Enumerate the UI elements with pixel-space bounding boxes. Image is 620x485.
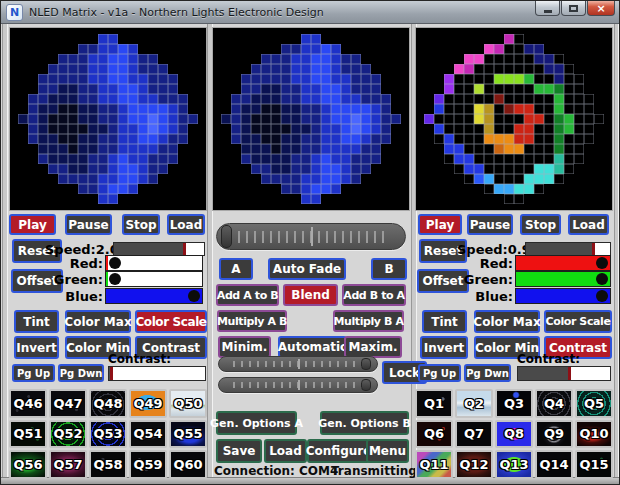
led-cell [464, 74, 474, 84]
led-cell [48, 94, 58, 104]
led-cell [574, 84, 584, 94]
level-slider-1[interactable] [218, 356, 378, 372]
pattern-button-q49[interactable]: Q49 [129, 389, 167, 418]
color-scale-button-a[interactable]: Color Scale [135, 310, 207, 333]
select-b-button[interactable]: B [371, 258, 407, 280]
pattern-button-q47[interactable]: Q47 [49, 389, 87, 418]
pattern-button-q2[interactable]: Q2 [455, 389, 493, 418]
pattern-button-q9[interactable]: Q9 [535, 420, 573, 449]
close-button[interactable]: × [587, 1, 615, 16]
red-slider-a[interactable] [105, 255, 203, 271]
pattern-button-q57[interactable]: Q57 [49, 450, 87, 479]
pause-button-b[interactable]: Pause [467, 214, 513, 235]
add-b-to-a-button[interactable]: Add B to A [342, 284, 406, 306]
pause-button-a[interactable]: Pause [65, 214, 112, 235]
select-a-button[interactable]: A [219, 258, 253, 280]
multiply-ab-button[interactable]: Multiply A B [217, 310, 287, 332]
gen-options-b-button[interactable]: Gen. Options B [320, 411, 409, 435]
minimum-button[interactable]: Minim. [218, 336, 271, 358]
speed-slider-b[interactable] [525, 242, 611, 256]
titlebar[interactable]: N NLED Matrix - v1a - Northern Lights El… [1, 1, 619, 24]
pattern-button-q3[interactable]: Q3 [495, 389, 533, 418]
color-max-button-b[interactable]: Color Max [474, 310, 540, 333]
pattern-button-q53[interactable]: Q53 [89, 420, 127, 449]
pattern-button-q8[interactable]: Q8 [495, 420, 533, 449]
tint-button-b[interactable]: Tint [422, 310, 467, 333]
contrast-slider-b[interactable] [517, 366, 611, 381]
invert-button-a[interactable]: Invert [14, 336, 59, 359]
led-cell [38, 194, 48, 204]
add-a-to-b-button[interactable]: Add A to B [216, 284, 279, 306]
pattern-button-q48[interactable]: Q48 [89, 389, 127, 418]
pattern-button-q1[interactable]: Q1 [415, 389, 453, 418]
led-cell [158, 134, 168, 144]
pattern-button-q59[interactable]: Q59 [129, 450, 167, 479]
led-cell [281, 64, 291, 74]
pattern-button-q14[interactable]: Q14 [535, 450, 573, 479]
pattern-button-q4[interactable]: Q4 [535, 389, 573, 418]
crossfade-slider[interactable] [216, 223, 406, 250]
green-slider-a[interactable] [105, 271, 203, 287]
color-scale-button-b[interactable]: Color Scale [544, 310, 612, 333]
play-button-a[interactable]: Play [9, 214, 56, 235]
pattern-button-q60[interactable]: Q60 [169, 450, 207, 479]
led-cell [68, 64, 78, 74]
tint-button-a[interactable]: Tint [14, 310, 59, 333]
contrast-slider-a[interactable] [108, 366, 206, 381]
pattern-button-q11[interactable]: Q11 [415, 450, 453, 479]
pattern-button-q55[interactable]: Q55 [169, 420, 207, 449]
level-slider-2[interactable] [218, 377, 378, 393]
load-button-b[interactable]: Load [568, 214, 609, 235]
stop-button-a[interactable]: Stop [122, 214, 160, 235]
pattern-button-q46[interactable]: Q46 [9, 389, 47, 418]
page-down-button-a[interactable]: Pg Dwn [58, 364, 104, 382]
pattern-button-q58[interactable]: Q58 [89, 450, 127, 479]
menu-button[interactable]: Menu [366, 439, 409, 463]
blue-slider-a[interactable] [105, 288, 203, 304]
pattern-button-q6[interactable]: Q6 [415, 420, 453, 449]
led-cell [424, 74, 434, 84]
automatic-button[interactable]: Automatic [278, 336, 347, 358]
pattern-button-q50[interactable]: Q50 [169, 389, 207, 418]
pattern-button-q7[interactable]: Q7 [455, 420, 493, 449]
multiply-ba-button[interactable]: Multiply B A [333, 310, 404, 332]
red-slider-b[interactable] [515, 255, 611, 271]
led-cell [148, 164, 158, 174]
minimize-button[interactable] [535, 1, 560, 16]
pattern-button-q51[interactable]: Q51 [9, 420, 47, 449]
led-cell [18, 184, 28, 194]
green-slider-b[interactable] [515, 271, 611, 287]
maximize-button[interactable] [561, 1, 586, 16]
pattern-button-q54[interactable]: Q54 [129, 420, 167, 449]
stop-button-b[interactable]: Stop [520, 214, 561, 235]
blend-button[interactable]: Blend [283, 284, 338, 306]
crossfade-thumb[interactable] [221, 225, 232, 248]
pattern-button-q10[interactable]: Q10 [575, 420, 613, 449]
page-down-button-b[interactable]: Pg Dwn [464, 364, 511, 382]
play-button-b[interactable]: Play [418, 214, 462, 235]
pattern-button-q5[interactable]: Q5 [575, 389, 613, 418]
led-cell [534, 34, 544, 44]
maximum-button[interactable]: Maxim. [344, 336, 402, 358]
pattern-button-q52[interactable]: Q52 [49, 420, 87, 449]
pattern-button-q56[interactable]: Q56 [9, 450, 47, 479]
load-button-a[interactable]: Load [167, 214, 205, 235]
pattern-button-q12[interactable]: Q12 [455, 450, 493, 479]
load-button-global[interactable]: Load [264, 439, 307, 463]
save-button[interactable]: Save [216, 439, 262, 463]
led-cell [68, 114, 78, 124]
pattern-button-q15[interactable]: Q15 [575, 450, 613, 479]
configure-button[interactable]: Configure [307, 439, 370, 463]
speed-slider-a[interactable] [113, 242, 205, 256]
pattern-button-q13[interactable]: Q13 [495, 450, 533, 479]
color-max-button-a[interactable]: Color Max [65, 310, 131, 333]
blue-slider-b[interactable] [515, 288, 611, 304]
level-slider-2-thumb[interactable] [361, 379, 371, 391]
page-up-button-b[interactable]: Pg Up [418, 364, 461, 382]
level-slider-1-thumb[interactable] [361, 358, 371, 370]
led-cell [231, 94, 241, 104]
invert-button-b[interactable]: Invert [420, 336, 468, 359]
auto-fade-button[interactable]: Auto Fade [268, 258, 346, 280]
page-up-button-a[interactable]: Pg Up [12, 364, 55, 382]
gen-options-a-button[interactable]: Gen. Options A [216, 411, 297, 435]
